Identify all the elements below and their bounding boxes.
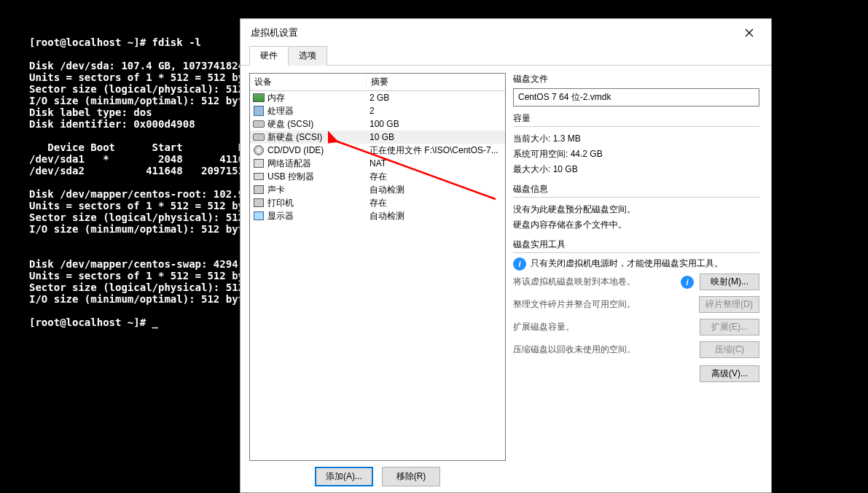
device-icon: [253, 210, 265, 222]
device-summary: NAT: [367, 158, 504, 168]
device-icon: [253, 171, 265, 182]
device-icon: [253, 197, 265, 209]
tab-hardware[interactable]: 硬件: [249, 46, 289, 66]
device-icon: [253, 105, 265, 117]
device-row[interactable]: 新硬盘 (SCSI)10 GB: [250, 131, 505, 144]
expand-button[interactable]: 扩展(E)...: [700, 319, 759, 335]
device-name: 网络适配器: [267, 158, 311, 170]
tools-label: 磁盘实用工具: [513, 238, 759, 251]
device-name: 新硬盘 (SCSI): [267, 131, 322, 144]
device-summary: 自动检测: [367, 210, 504, 222]
defrag-label: 整理文件碎片并整合可用空间。: [513, 298, 693, 311]
device-row[interactable]: 显示器自动检测: [250, 209, 505, 222]
advanced-button[interactable]: 高级(V)...: [700, 365, 759, 382]
capacity-max: 最大大小: 10 GB: [513, 162, 759, 177]
device-summary: 10 GB: [367, 132, 504, 142]
defrag-button[interactable]: 碎片整理(D): [699, 296, 759, 313]
compact-button[interactable]: 压缩(C): [700, 341, 759, 358]
diskfile-value[interactable]: CentOS 7 64 位-2.vmdk: [513, 88, 759, 106]
tabs: 硬件 选项: [241, 45, 771, 66]
remove-button[interactable]: 移除(R): [382, 467, 440, 486]
device-name: 显示器: [267, 210, 294, 222]
device-name: 处理器: [267, 105, 294, 117]
device-row[interactable]: 网络适配器NAT: [250, 157, 505, 170]
device-icon: [253, 184, 265, 195]
col-summary: 摘要: [367, 74, 505, 90]
device-list-header: 设备 摘要: [250, 74, 505, 91]
device-summary: 2: [367, 106, 504, 116]
col-device: 设备: [250, 74, 367, 90]
diskinfo-line1: 没有为此硬盘预分配磁盘空间。: [513, 202, 759, 217]
device-icon: [253, 131, 265, 143]
device-summary: 100 GB: [367, 119, 504, 129]
device-name: 打印机: [267, 197, 294, 209]
device-row[interactable]: CD/DVD (IDE)正在使用文件 F:\ISO\CentOS-7...: [250, 144, 505, 157]
device-name: 声卡: [267, 184, 285, 196]
vm-settings-dialog: 虚拟机设置 硬件 选项 设备 摘要 内存2 GB处理器2硬盘 (SCSI)100…: [240, 18, 772, 493]
device-summary: 正在使用文件 F:\ISO\CentOS-7...: [367, 144, 504, 157]
capacity-label: 容量: [513, 112, 759, 125]
capacity-current: 当前大小: 1.3 MB: [513, 131, 759, 147]
expand-label: 扩展磁盘容量。: [513, 321, 694, 333]
device-row[interactable]: 内存2 GB: [250, 91, 505, 104]
device-name: 硬盘 (SCSI): [267, 118, 313, 131]
diskinfo-line2: 硬盘内容存储在多个文件中。: [513, 217, 759, 233]
tools-tip: 只有关闭虚拟机电源时，才能使用磁盘实用工具。: [531, 257, 723, 270]
device-icon: [253, 92, 265, 104]
map-label: 将该虚拟机磁盘映射到本地卷。: [513, 276, 675, 288]
device-name: USB 控制器: [267, 171, 314, 183]
device-summary: 存在: [367, 197, 504, 209]
compact-label: 压缩磁盘以回收未使用的空间。: [513, 343, 694, 356]
device-row[interactable]: 处理器2: [250, 104, 505, 117]
add-button[interactable]: 添加(A)...: [315, 467, 373, 486]
device-row[interactable]: USB 控制器存在: [250, 170, 505, 183]
diskinfo-label: 磁盘信息: [513, 183, 759, 195]
capacity-free: 系统可用空间: 44.2 GB: [513, 147, 759, 162]
device-icon: [253, 144, 265, 156]
device-name: CD/DVD (IDE): [267, 145, 324, 155]
diskfile-label: 磁盘文件: [513, 73, 759, 85]
device-list[interactable]: 设备 摘要 内存2 GB处理器2硬盘 (SCSI)100 GB新硬盘 (SCSI…: [249, 73, 506, 461]
device-summary: 自动检测: [367, 184, 504, 196]
device-name: 内存: [267, 92, 285, 104]
map-button[interactable]: 映射(M)...: [700, 273, 759, 290]
tab-options[interactable]: 选项: [288, 46, 327, 66]
device-row[interactable]: 声卡自动检测: [250, 183, 505, 196]
close-icon: [745, 28, 754, 37]
dialog-title: 虚拟机设置: [251, 26, 298, 39]
device-row[interactable]: 打印机存在: [250, 196, 505, 209]
device-summary: 存在: [367, 171, 504, 183]
device-summary: 2 GB: [367, 93, 504, 103]
close-button[interactable]: [735, 23, 764, 43]
info-icon: i: [513, 257, 526, 271]
device-row[interactable]: 硬盘 (SCSI)100 GB: [250, 117, 505, 131]
info-icon: i: [681, 276, 694, 289]
device-icon: [253, 158, 265, 169]
device-icon: [253, 118, 265, 130]
dialog-titlebar: 虚拟机设置: [241, 19, 771, 45]
